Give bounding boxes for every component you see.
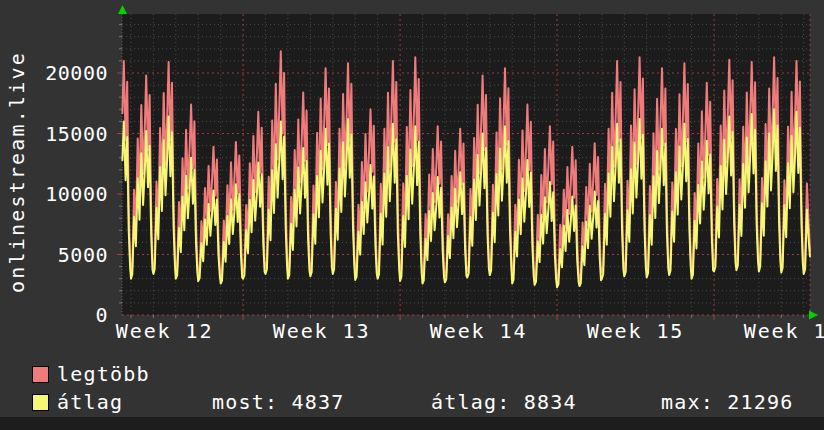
legend-label-atlag: átlag [57, 392, 123, 412]
stat-most: most: 4837 [212, 392, 344, 412]
graph-panel: 05000100001500020000Week 12Week 13Week 1… [0, 0, 824, 430]
x-tick-label: Week 16 [744, 319, 824, 343]
legend-swatch-legtobb [32, 366, 49, 383]
legend-swatch-atlag [32, 394, 49, 411]
y-tick-label: 0 [95, 303, 108, 327]
y-axis-arrow-icon [118, 5, 127, 14]
y-tick-label: 5000 [58, 243, 108, 267]
x-tick-label: Week 15 [587, 319, 685, 343]
y-axis-title: onlinestream.live [5, 51, 29, 293]
bottom-strip [0, 417, 824, 430]
x-tick-label: Week 13 [273, 319, 371, 343]
legend-label-legtobb: legtöbb [57, 364, 150, 384]
x-tick-label: Week 12 [116, 319, 214, 343]
y-tick-label: 15000 [45, 122, 108, 146]
y-tick-label: 10000 [45, 182, 108, 206]
stat-max: max: 21296 [661, 392, 793, 412]
stat-atlag: átlag: 8834 [431, 392, 577, 412]
y-tick-label: 20000 [45, 61, 108, 85]
x-tick-label: Week 14 [430, 319, 528, 343]
